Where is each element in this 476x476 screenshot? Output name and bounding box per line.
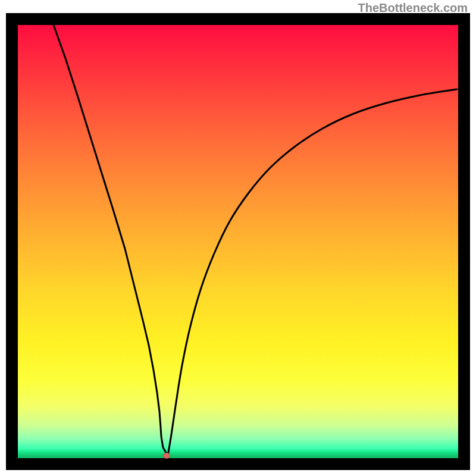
chart-frame bbox=[6, 13, 470, 470]
curve-right-branch bbox=[168, 89, 457, 456]
attribution-text: TheBottleneck.com bbox=[358, 1, 468, 15]
curve-minimum-marker bbox=[163, 453, 170, 459]
curve-left-branch bbox=[54, 25, 168, 456]
chart-curve-layer bbox=[18, 25, 458, 458]
